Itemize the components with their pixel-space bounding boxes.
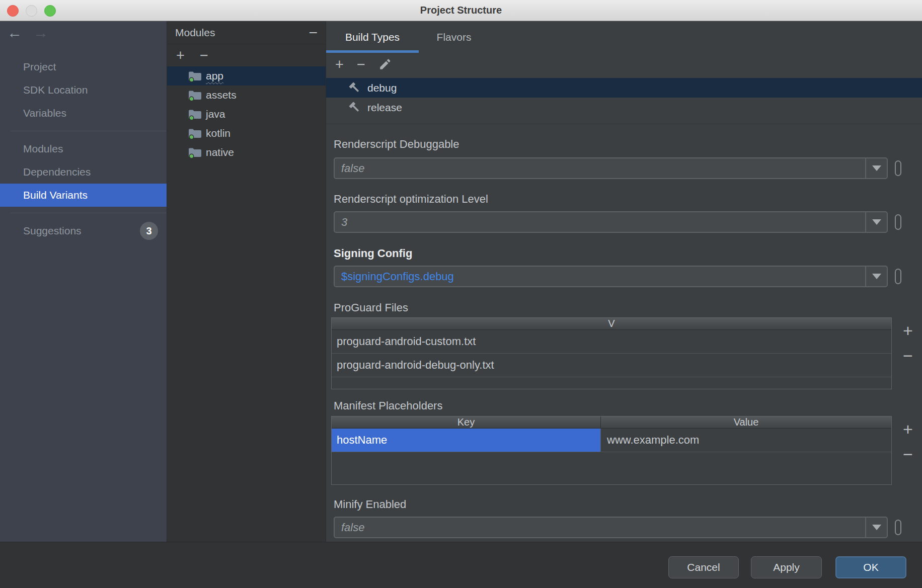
remove-module-button[interactable]: − [200, 48, 208, 62]
remove-build-type-button[interactable]: − [357, 57, 365, 71]
placeholder-value-cell[interactable]: www.example.com [600, 429, 891, 452]
sidebar-item-suggestions[interactable]: Suggestions 3 [0, 219, 167, 242]
add-module-button[interactable]: + [176, 48, 185, 62]
titlebar: Project Structure [0, 0, 922, 21]
proguard-table-header[interactable]: V [332, 318, 891, 330]
modules-toolbar: + − [167, 44, 326, 66]
sidebar-item-sdk-location[interactable]: SDK Location [0, 78, 167, 102]
build-type-hammer-icon [348, 101, 361, 114]
combobox-value: $signingConfigs.debug [335, 267, 865, 286]
add-build-type-button[interactable]: + [335, 57, 344, 71]
build-type-row-release[interactable]: release [326, 98, 922, 117]
table-row[interactable]: proguard-android-debug-only.txt [332, 354, 891, 377]
value-editor-toggle-icon[interactable] [895, 269, 901, 284]
chevron-down-icon[interactable] [865, 518, 887, 537]
modules-panel-header: Modules − [167, 21, 326, 44]
ok-button[interactable]: OK [835, 556, 906, 578]
build-type-label: release [367, 102, 402, 114]
suggestions-count-badge: 3 [140, 222, 158, 240]
table-row[interactable]: hostName www.example.com [332, 429, 891, 452]
build-variants-panel: Build Types Flavors + − debug [326, 21, 922, 542]
module-folder-icon [188, 70, 202, 82]
placeholder-key-cell[interactable]: hostName [332, 429, 600, 452]
sidebar-item-variables[interactable]: Variables [0, 102, 167, 125]
build-type-hammer-icon [348, 81, 361, 95]
hide-panel-icon[interactable]: − [309, 28, 318, 38]
remove-proguard-file-button[interactable]: − [899, 347, 916, 364]
renderscript-debuggable-combobox[interactable]: false [334, 157, 888, 179]
manifest-table-header: Key Value [332, 416, 891, 429]
proguard-files-table: V proguard-android-custom.txt proguard-a… [331, 317, 892, 389]
module-row-kotlin[interactable]: kotlin [167, 124, 326, 143]
module-row-app[interactable]: app [167, 66, 326, 86]
module-folder-icon [188, 108, 202, 120]
signing-config-combobox[interactable]: $signingConfigs.debug [334, 266, 888, 287]
sidebar-item-modules[interactable]: Modules [0, 137, 167, 160]
minify-enabled-label: Minify Enabled [334, 496, 406, 513]
add-placeholder-button[interactable]: + [899, 421, 916, 438]
module-label: java [206, 108, 225, 120]
module-row-assets[interactable]: assets [167, 86, 326, 105]
sidebar-item-project[interactable]: Project [0, 55, 167, 78]
column-header-key[interactable]: Key [332, 416, 600, 428]
zoom-window-button[interactable] [44, 5, 56, 17]
tab-flavors[interactable]: Flavors [425, 21, 483, 53]
renderscript-optimization-combobox[interactable]: 3 [334, 211, 888, 233]
proguard-files-label: ProGuard Files [334, 300, 408, 316]
tab-bar: Build Types Flavors [326, 21, 922, 53]
table-row-empty[interactable] [332, 377, 891, 389]
close-window-button[interactable] [7, 5, 19, 17]
build-type-row-debug[interactable]: debug [326, 78, 922, 98]
edit-icon[interactable] [378, 58, 392, 71]
window-title: Project Structure [420, 5, 502, 16]
modules-panel: Modules − + − app [167, 21, 326, 542]
module-label: kotlin [206, 127, 231, 139]
modules-list: app assets java [167, 66, 326, 162]
module-folder-icon [188, 89, 202, 101]
column-header[interactable]: V [332, 318, 891, 329]
table-row[interactable]: proguard-android-custom.txt [332, 330, 891, 354]
sidebar: ← → Project SDK Location Variables Modul… [0, 21, 167, 542]
module-label: native [206, 146, 234, 158]
forward-arrow-icon[interactable]: → [33, 24, 48, 41]
renderscript-debuggable-label: Renderscript Debuggable [334, 136, 459, 152]
value-editor-toggle-icon[interactable] [895, 214, 901, 230]
module-row-java[interactable]: java [167, 105, 326, 124]
add-proguard-file-button[interactable]: + [899, 322, 916, 339]
table-empty-area[interactable] [332, 452, 891, 484]
chevron-down-icon[interactable] [865, 212, 887, 232]
dialog-footer: Cancel Apply OK [0, 542, 922, 588]
value-editor-toggle-icon[interactable] [895, 520, 901, 535]
back-arrow-icon[interactable]: ← [7, 24, 22, 41]
traffic-lights [0, 0, 65, 21]
section-divider [326, 124, 922, 124]
apply-button[interactable]: Apply [751, 556, 822, 578]
sidebar-item-dependencies[interactable]: Dependencies [0, 160, 167, 184]
build-types-toolbar: + − [326, 53, 392, 75]
suggestions-label: Suggestions [23, 225, 82, 236]
sidebar-list: Project SDK Location Variables Modules D… [0, 55, 167, 242]
module-label: app [206, 70, 223, 82]
module-row-native[interactable]: native [167, 143, 326, 162]
module-label: assets [206, 89, 237, 101]
build-type-label: debug [367, 82, 397, 94]
chevron-down-icon[interactable] [865, 158, 887, 178]
manifest-placeholders-table: Key Value hostName www.example.com [331, 416, 892, 485]
dialog-body: ← → Project SDK Location Variables Modul… [0, 21, 922, 542]
signing-config-label: Signing Config [334, 245, 412, 262]
combobox-value: false [335, 158, 865, 178]
tab-build-types[interactable]: Build Types [326, 21, 419, 53]
sidebar-divider [10, 213, 167, 213]
combobox-value: false [335, 518, 865, 537]
column-header-value[interactable]: Value [600, 416, 891, 428]
sidebar-item-build-variants[interactable]: Build Variants [0, 184, 167, 207]
minimize-window-button[interactable] [26, 5, 37, 17]
remove-placeholder-button[interactable]: − [899, 446, 916, 463]
module-folder-icon [188, 146, 202, 158]
project-structure-dialog: Project Structure ← → Project SDK Locati… [0, 0, 922, 588]
history-nav: ← → [7, 24, 48, 41]
minify-enabled-combobox[interactable]: false [334, 517, 888, 538]
value-editor-toggle-icon[interactable] [895, 160, 901, 176]
chevron-down-icon[interactable] [865, 267, 887, 286]
cancel-button[interactable]: Cancel [668, 556, 739, 578]
